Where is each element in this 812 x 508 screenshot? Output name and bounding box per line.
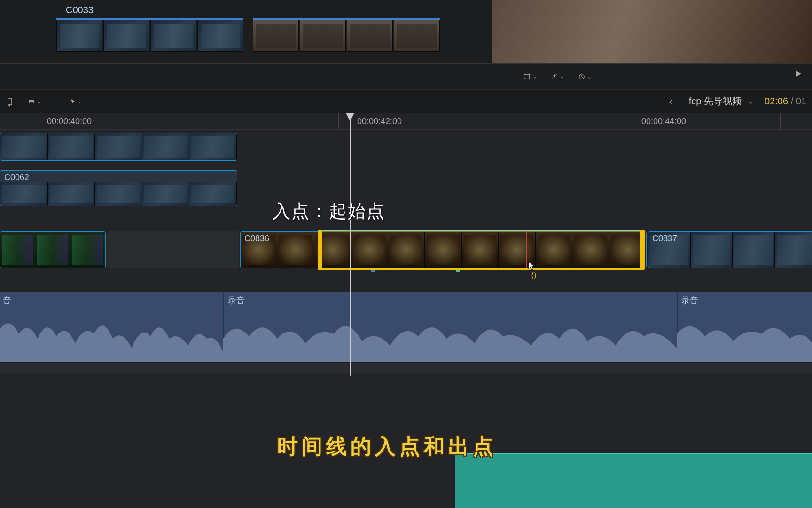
svg-point-6: [552, 78, 553, 79]
audio-waveform: [0, 310, 812, 362]
marker: [456, 270, 460, 272]
svg-rect-8: [8, 98, 12, 105]
audio-clip-label: 音: [3, 295, 11, 306]
chevron-down-icon[interactable]: ⌄: [560, 73, 564, 80]
svg-point-4: [529, 79, 530, 79]
browser-thumb[interactable]: [197, 20, 243, 52]
browser-clip-label: C0033: [66, 5, 94, 16]
browser-thumb[interactable]: [253, 20, 299, 52]
browser-thumb[interactable]: [150, 20, 196, 52]
skimmer-line: [526, 231, 527, 268]
audio-clip-label: 录音: [681, 295, 698, 306]
svg-point-2: [529, 74, 530, 75]
mouse-cursor-icon: [528, 262, 536, 269]
viewer-toolbar: ⌄ ⌄ ⌄: [0, 64, 812, 89]
transform-tool-icon[interactable]: ⌄: [524, 70, 537, 83]
connected-clip-label: [455, 454, 812, 460]
svg-point-3: [524, 79, 525, 79]
browser-thumb[interactable]: [56, 20, 102, 52]
browser-thumb[interactable]: [347, 20, 393, 52]
secondary-lane: [0, 362, 812, 373]
timeline-clip-c0836[interactable]: C0836: [240, 231, 647, 268]
index-button-icon[interactable]: [6, 95, 19, 108]
timeline-toolbar: ⌄ ⌄ ‹ fcp 先导视频 ⌄ 02:06 / 01: [0, 89, 812, 113]
timeline-gap[interactable]: [107, 231, 239, 268]
timeline-ruler[interactable]: 00:00:40:00 00:00:42:00 00:00:44:00: [0, 113, 812, 130]
project-name[interactable]: fcp 先导视频: [689, 95, 742, 108]
connected-clip[interactable]: [455, 453, 812, 508]
ruler-tick: 00:00:40:00: [47, 117, 92, 127]
timeline-clip[interactable]: [0, 133, 237, 161]
clip-label: C0837: [652, 234, 677, 244]
history-back-icon[interactable]: ‹: [664, 95, 678, 108]
appearance-button-icon[interactable]: ⌄: [28, 95, 41, 108]
marker: [371, 270, 375, 272]
svg-rect-9: [29, 100, 33, 101]
browser-thumb[interactable]: [394, 20, 440, 52]
chevron-down-icon[interactable]: ⌄: [587, 73, 592, 80]
chevron-down-icon[interactable]: ⌄: [37, 98, 41, 105]
enhance-tool-icon[interactable]: ⌄: [551, 70, 564, 83]
ruler-tick: 00:00:42:00: [357, 117, 402, 127]
audio-clip-label: 录音: [228, 295, 245, 306]
chevron-down-icon[interactable]: ⌄: [747, 97, 753, 106]
chevron-down-icon[interactable]: ⌄: [532, 73, 537, 80]
viewer-panel[interactable]: [492, 0, 812, 64]
timeline-clip[interactable]: [0, 231, 106, 268]
total-duration: 01: [796, 96, 806, 107]
annotation-in-point: 入点：起始点: [273, 199, 385, 223]
chevron-down-icon[interactable]: ⌄: [78, 98, 83, 105]
browser-thumb[interactable]: [300, 20, 346, 52]
svg-rect-0: [525, 74, 529, 79]
current-timecode[interactable]: 02:06: [765, 96, 788, 107]
audio-track[interactable]: 音 录音 录音: [0, 292, 812, 362]
svg-rect-10: [29, 102, 33, 103]
playhead[interactable]: [350, 113, 351, 376]
play-button[interactable]: [794, 70, 803, 80]
svg-point-1: [524, 74, 525, 75]
clip-label: C0836: [244, 234, 269, 244]
select-tool-icon[interactable]: ⌄: [70, 95, 83, 108]
browser-filmstrip[interactable]: [56, 18, 489, 52]
timeline-clip-c0837[interactable]: C0837: [648, 231, 812, 268]
timeline-clip[interactable]: C0062: [0, 170, 237, 206]
video-subtitle: 时间线的入点和出点: [277, 433, 497, 460]
clip-label: C0062: [4, 173, 29, 183]
retime-tool-icon[interactable]: ⌄: [578, 70, 592, 83]
timecode-separator: /: [788, 96, 796, 107]
range-cursor-icon: ⟨⟩: [531, 271, 537, 280]
browser-thumb[interactable]: [103, 20, 149, 52]
svg-point-5: [556, 74, 557, 75]
ruler-tick: 00:00:44:00: [641, 117, 686, 127]
